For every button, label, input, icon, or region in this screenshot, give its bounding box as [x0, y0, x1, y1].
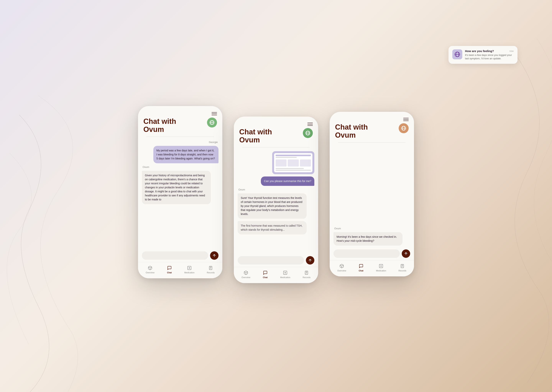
phone-1-nav-overview-label: Overview	[146, 271, 154, 274]
phone-2-user-bubble: Can you please summarise this for me?	[261, 176, 314, 186]
medication-icon-2	[283, 270, 288, 275]
overview-icon-2	[243, 270, 249, 275]
phone-1-nav-records[interactable]: Records	[204, 265, 218, 274]
phone-2-nav-overview-label: Overview	[241, 276, 250, 279]
phone-2-doc-bubble	[272, 151, 314, 174]
phone-1-ovum-icon[interactable]	[207, 118, 217, 127]
records-icon-2	[304, 270, 309, 275]
phone-2-menu-icon[interactable]	[307, 123, 313, 126]
phone-2-header: Chat with Ovum	[234, 117, 318, 147]
phone-3-nav-overview-label: Overview	[337, 269, 346, 272]
phone-1-input[interactable]	[142, 251, 208, 260]
phone-1-send-btn[interactable]	[210, 251, 218, 260]
phone-1-nav-medication-label: Medication	[184, 271, 195, 274]
phone-1-ai-label: Ovum	[142, 166, 218, 168]
phone-2-ai-bubble-2: The first hormone that was measured is c…	[238, 221, 307, 234]
phone-2-ai-bubble-1: Sure! Your thyroid function test measure…	[238, 193, 307, 219]
phone-1-nav-chat[interactable]: Chat	[164, 265, 175, 274]
phone-3-nav-records-label: Records	[399, 269, 406, 272]
phone-3-ai-label: Ovum	[334, 227, 410, 230]
phones-container: Chat with Ovum Georgie My period was a f…	[0, 0, 552, 392]
phone-3-input-bar	[330, 247, 414, 260]
phone-2-nav-medication-label: Medication	[280, 276, 290, 279]
phone-1-menu-icon[interactable]	[212, 112, 217, 115]
phone-2-ovum-icon[interactable]	[303, 128, 313, 138]
records-icon-3	[400, 263, 405, 269]
svg-rect-10	[305, 271, 308, 274]
phone-1: Chat with Ovum Georgie My period was a f…	[138, 106, 222, 278]
phone-2-input[interactable]	[238, 256, 304, 265]
overview-icon-3	[339, 263, 344, 269]
phone-3-menu-icon[interactable]	[403, 118, 409, 121]
phone-1-header: Chat with Ovum	[138, 106, 222, 137]
medication-icon-3	[378, 263, 384, 269]
phone-3-nav-chat-label: Chat	[359, 269, 363, 272]
phone-3-title: Chat with Ovum	[335, 123, 368, 139]
phone-2-nav-medication[interactable]: Medication	[277, 269, 293, 279]
phone-1-nav-records-label: Records	[207, 271, 215, 274]
phone-3-send-btn[interactable]	[402, 249, 410, 258]
phone-3-input[interactable]	[334, 249, 400, 258]
phone-3-nav-records[interactable]: Records	[395, 263, 409, 273]
phone-1-user-bubble: My period was a few days late, and when …	[153, 146, 218, 163]
phone-1-nav-overview[interactable]: Overview	[143, 265, 158, 274]
phone-3-nav-medication[interactable]: Medication	[373, 263, 389, 273]
overview-icon	[147, 265, 153, 271]
phone-2: Chat with Ovum	[234, 117, 318, 283]
phone-2-chat-area: Can you please summarise this for me? Ov…	[234, 150, 318, 254]
doc-preview	[274, 153, 312, 172]
phone-2-ai-label: Ovum	[238, 188, 314, 191]
chat-icon-2	[262, 270, 268, 275]
phone-1-title: Chat with Ovum	[143, 118, 176, 133]
phone-1-nav-chat-label: Chat	[167, 271, 172, 274]
phone-2-input-bar	[234, 254, 318, 267]
phone-1-input-bar	[138, 249, 222, 262]
medication-icon	[187, 265, 192, 271]
chat-icon-3	[358, 263, 364, 269]
phone-3-bottom-nav: Overview Chat Medication	[330, 260, 414, 276]
phone-2-nav-overview[interactable]: Overview	[239, 269, 253, 279]
phone-3-nav-medication-label: Medication	[376, 269, 386, 272]
phone-2-nav-chat-label: Chat	[263, 276, 268, 279]
phone-1-user-label: Georgie	[142, 141, 218, 144]
phone-3-nav-chat[interactable]: Chat	[355, 263, 367, 273]
phone-2-title: Chat with Ovum	[239, 128, 272, 144]
phone-3-ai-bubble: Morning! It's been a few days since we c…	[334, 232, 402, 245]
svg-rect-6	[209, 266, 212, 270]
svg-rect-14	[401, 264, 404, 268]
phone-1-bottom-nav: Overview Chat Medication	[138, 262, 222, 278]
phone-2-nav-records-label: Records	[303, 276, 311, 279]
records-icon	[208, 265, 213, 271]
phone-2-bottom-nav: Overview Chat Medication	[234, 267, 318, 283]
phone-2-send-btn[interactable]	[306, 256, 314, 265]
phone-2-nav-chat[interactable]: Chat	[260, 269, 271, 279]
phone-1-nav-medication[interactable]: Medication	[181, 265, 198, 274]
chat-icon	[167, 265, 172, 271]
phone-3-ovum-icon[interactable]	[399, 123, 409, 133]
phone-3-header: Chat with Ovum	[330, 112, 414, 142]
phone-3-nav-overview[interactable]: Overview	[334, 263, 349, 273]
phone-1-ai-bubble: Given your history of microprolactinoma …	[142, 171, 211, 204]
phone-3-chat-area: Ovum Morning! It's been a few days since…	[330, 145, 414, 247]
phone-1-chat-area: Georgie My period was a few days late, a…	[138, 139, 222, 249]
phone-2-nav-records[interactable]: Records	[300, 269, 313, 279]
phone-3: Chat with Ovum Ovum Morning! It's been a…	[330, 112, 414, 276]
